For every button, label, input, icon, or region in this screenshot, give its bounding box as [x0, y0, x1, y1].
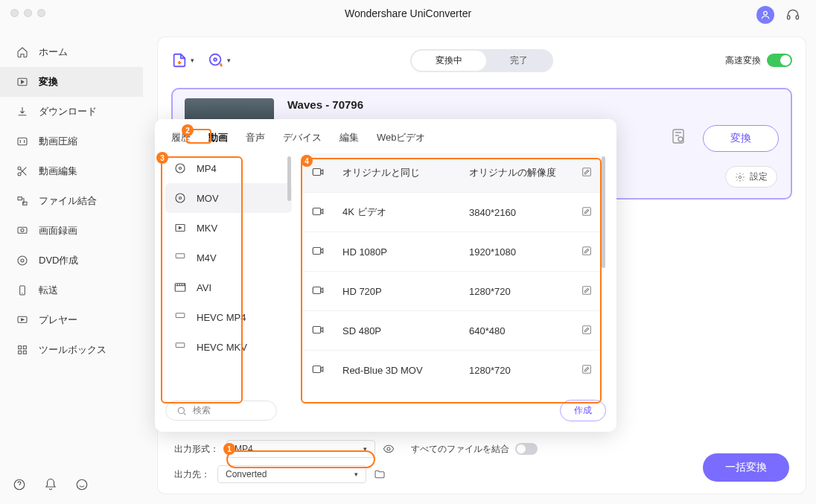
sidebar-item-player[interactable]: プレヤー	[0, 305, 143, 335]
svg-rect-4	[18, 138, 27, 144]
tab-video[interactable]: 動画	[207, 130, 229, 146]
sidebar: ホーム 変換 ダウンロード 動画圧縮 動画編集 ファイル結合 画面録画 DVD作…	[0, 37, 143, 504]
open-folder-icon[interactable]	[374, 468, 386, 480]
merge-label: すべてのファイルを結合	[411, 443, 509, 456]
create-preset-button[interactable]: 作成	[560, 400, 606, 421]
svg-rect-9	[18, 227, 27, 233]
film-icon	[173, 222, 188, 234]
status-segment: 変換中 完了	[410, 49, 553, 72]
tab-audio[interactable]: 音声	[244, 130, 267, 146]
turbo-label: 高速変換	[725, 54, 761, 67]
resolution-item[interactable]: HD 1080P 1920*1080	[302, 232, 602, 272]
sidebar-item-transfer[interactable]: 転送	[0, 275, 143, 305]
callout-2-badge: 2	[182, 124, 194, 136]
sidebar-item-label: 転送	[39, 284, 58, 297]
resolution-item[interactable]: SD 480P 640*480	[302, 311, 602, 351]
scissors-icon	[16, 165, 28, 177]
file-settings-button[interactable]: 設定	[725, 166, 777, 188]
svg-rect-15	[19, 346, 22, 349]
add-disc-button[interactable]: ▾	[208, 52, 231, 68]
format-search-input[interactable]: 検索	[165, 401, 277, 421]
bell-icon[interactable]	[42, 476, 60, 494]
file-settings-icon[interactable]	[667, 125, 689, 147]
download-icon	[16, 106, 28, 118]
format-item-avi[interactable]: AVI	[165, 272, 292, 302]
svg-rect-32	[176, 254, 185, 258]
tab-device[interactable]: デバイス	[281, 130, 323, 146]
turbo-switch[interactable]	[767, 54, 792, 67]
callout-3-badge: 3	[156, 152, 168, 164]
sidebar-item-label: 変換	[39, 75, 58, 89]
edit-icon[interactable]	[581, 166, 594, 179]
sidebar-item-dvd[interactable]: DVD作成	[0, 246, 143, 275]
svg-point-26	[387, 447, 390, 450]
record-icon	[16, 225, 28, 237]
disc-icon	[173, 192, 188, 204]
svg-point-11	[18, 256, 27, 265]
sidebar-item-convert[interactable]: 変換	[0, 67, 143, 97]
feedback-icon[interactable]	[73, 476, 91, 494]
chevron-down-icon: ▾	[191, 57, 194, 64]
svg-rect-7	[18, 197, 22, 200]
resolution-item[interactable]: オリジナルと同じ オリジナルの解像度	[302, 153, 602, 193]
player-icon	[16, 314, 28, 326]
sidebar-item-toolbox[interactable]: ツールボックス	[0, 335, 143, 365]
film-icon	[173, 281, 188, 293]
bulk-convert-button[interactable]: 一括変換	[703, 453, 789, 482]
edit-icon[interactable]	[581, 284, 594, 298]
resolution-item[interactable]: Red-Blue 3D MOV 1280*720	[302, 351, 602, 389]
segment-done[interactable]: 完了	[486, 51, 552, 71]
format-item-m4v[interactable]: M4V	[165, 243, 292, 272]
tab-edit[interactable]: 編集	[338, 130, 360, 146]
segment-converting[interactable]: 変換中	[412, 51, 486, 71]
search-icon	[176, 406, 187, 416]
output-format-label: 出力形式：	[174, 443, 219, 456]
edit-icon[interactable]	[581, 205, 594, 219]
convert-button[interactable]: 変換	[703, 125, 779, 152]
svg-rect-1	[788, 16, 790, 19]
edit-icon[interactable]	[581, 324, 594, 337]
video-icon	[310, 165, 328, 180]
sidebar-item-label: ファイル結合	[39, 194, 97, 208]
support-icon[interactable]	[785, 7, 801, 23]
resolution-item[interactable]: HD 720P 1280*720	[302, 272, 602, 311]
sidebar-item-home[interactable]: ホーム	[0, 37, 143, 67]
sidebar-item-edit[interactable]: 動画編集	[0, 156, 143, 186]
output-format-select[interactable]: MP4 ▾	[226, 440, 375, 458]
compress-icon	[16, 135, 28, 147]
user-avatar[interactable]	[756, 6, 774, 24]
output-dir-select[interactable]: Converted ▾	[217, 465, 366, 483]
resolution-item[interactable]: 4K ビデオ 3840*2160	[302, 193, 602, 232]
chevron-down-icon: ▾	[354, 470, 358, 478]
sidebar-item-compress[interactable]: 動画圧縮	[0, 127, 143, 156]
edit-icon[interactable]	[581, 245, 594, 258]
preview-icon[interactable]	[383, 443, 395, 455]
svg-point-27	[176, 164, 185, 173]
merge-switch[interactable]	[515, 443, 538, 455]
file-name: Waves - 70796	[287, 98, 363, 111]
format-item-mkv[interactable]: MKV	[165, 213, 292, 243]
svg-point-5	[18, 167, 21, 170]
scrollbar-thumb[interactable]	[287, 156, 291, 201]
format-list: MP4 MOV MKV M4V AVI HEVC MP4 HEVC MKV	[165, 153, 292, 389]
edit-icon[interactable]	[581, 363, 594, 377]
sidebar-item-record[interactable]: 画面録画	[0, 216, 143, 246]
add-file-button[interactable]: ▾	[171, 52, 194, 68]
svg-rect-39	[583, 208, 591, 216]
tab-web[interactable]: Webビデオ	[375, 130, 427, 146]
format-item-hevcmkv[interactable]: HEVC MKV	[165, 332, 292, 362]
format-item-mp4[interactable]: MP4	[165, 153, 292, 183]
sidebar-item-download[interactable]: ダウンロード	[0, 97, 143, 127]
help-icon[interactable]	[10, 476, 28, 494]
scrollbar-thumb[interactable]	[602, 156, 605, 268]
format-item-mov[interactable]: MOV	[165, 183, 292, 213]
sidebar-item-label: ダウンロード	[39, 105, 97, 118]
svg-point-30	[179, 197, 182, 200]
svg-point-21	[210, 54, 221, 66]
svg-point-22	[214, 58, 217, 61]
disc-icon	[16, 255, 28, 267]
format-item-hevcmp4[interactable]: HEVC MP4	[165, 302, 292, 332]
svg-rect-37	[583, 168, 591, 176]
merge-icon	[16, 195, 28, 207]
sidebar-item-merge[interactable]: ファイル結合	[0, 186, 143, 216]
